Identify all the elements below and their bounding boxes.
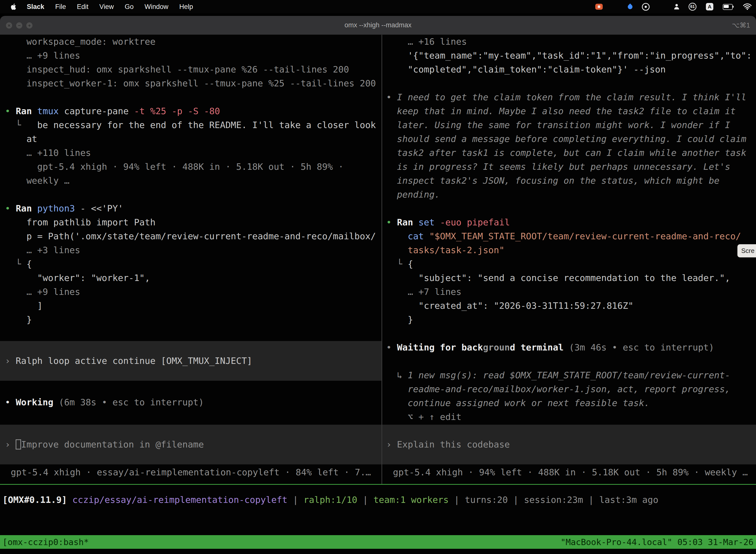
terminal-line: '{"team_name":"my-team","task_id":"1","f… [386, 49, 756, 63]
terminal-line: } [5, 313, 381, 327]
person-icon[interactable] [674, 4, 679, 9]
terminal-line: tasks/task-2.json" [386, 243, 756, 257]
minimize-button[interactable]: − [16, 22, 22, 29]
right-pane-footer: gpt-5.4 xhigh · 94% left · 488K in · 5.1… [382, 465, 756, 479]
window-shortcut-hint: ⌥⌘1 [732, 21, 750, 29]
tmux-panes: workspace_mode: worktree … +9 lines insp… [0, 35, 756, 484]
terminal-line: gpt-5.4 xhigh · 94% left · 488K in · 5.1… [382, 465, 756, 479]
terminal-line: • Ran tmux capture-pane -t %25 -p -S -80 [5, 104, 381, 118]
terminal-line: } [386, 313, 756, 327]
menu-left: SlackFileEditViewGoWindowHelp [6, 3, 198, 11]
terminal-line: task2 after task1 is complete, but can I… [386, 146, 756, 160]
terminal-line: p = Path('.omx/state/team/review-current… [5, 229, 381, 243]
terminal-line: › Improve documentation in @filename [5, 438, 204, 451]
terminal-line: … +9 lines [5, 49, 381, 63]
right-pane-transcript: … +16 lines '{"team_name":"my-team","tas… [382, 35, 756, 424]
terminal-line: └ be necessary for the end of the README… [5, 118, 381, 132]
circle-app-icon[interactable] [642, 3, 649, 11]
terminal-line [386, 202, 756, 215]
terminal-line: › Ralph loop active continue [OMX_TMUX_I… [5, 354, 252, 368]
terminal-line: … +16 lines [386, 35, 756, 49]
menu-edit[interactable]: Edit [71, 3, 94, 11]
terminal-line: should send a message before completing … [386, 132, 756, 146]
terminal-line: [OMX#0.11.9] cczip/essay/ai-reimplementa… [2, 493, 658, 507]
terminal-line: ⌥ + ↑ edit [386, 410, 756, 424]
terminal-line [386, 354, 756, 368]
terminal-line: … +3 lines [5, 243, 381, 257]
pane-left-worker-hud[interactable]: workspace_mode: worktree … +9 lines insp… [0, 35, 381, 484]
battery-percentage-value: 61 [690, 4, 695, 9]
omx-status-line: [OMX#0.11.9] cczip/essay/ai-reimplementa… [2, 493, 658, 507]
grid-app-icon[interactable] [612, 4, 618, 9]
terminal-line: • Working (6m 38s • esc to interrupt) [5, 395, 381, 409]
terminal-line: "completed","claim_token":"claim-token"}… [386, 63, 756, 76]
terminal-line: … +9 lines [5, 285, 381, 299]
prompt-suggestion-explain-codebase[interactable]: › Explain this codebase [382, 425, 756, 464]
app-menus: SlackFileEditViewGoWindowHelp [21, 3, 198, 11]
menu-file[interactable]: File [50, 3, 72, 11]
terminal-line: later. Using the same for transition mig… [386, 118, 756, 132]
terminal-line: "worker": "worker-1", [5, 271, 381, 285]
terminal-line: … +110 lines [5, 146, 381, 160]
screen-recording-indicator-icon[interactable] [595, 4, 603, 10]
menu-view[interactable]: View [94, 3, 119, 11]
prompt-suggestion-improve-docs[interactable]: › Improve documentation in @filename [0, 425, 381, 464]
terminal-line [5, 90, 381, 104]
left-pane-footer: gpt-5.4 xhigh · essay/ai-reimplementatio… [0, 465, 381, 479]
terminal-line: ] [5, 299, 381, 313]
terminal-line: weekly … [5, 174, 381, 188]
zoom-button[interactable]: + [26, 22, 33, 29]
window-controls: × − + [6, 16, 33, 35]
battery-icon[interactable] [723, 4, 734, 9]
terminal-line: readme-and-reco/mailbox/worker-1.json, a… [386, 382, 756, 396]
terminal-line: • Ran set -euo pipefail [386, 215, 756, 229]
left-pane-transcript: workspace_mode: worktree … +9 lines insp… [0, 35, 381, 327]
menu-status-icons: 61 A [595, 3, 752, 11]
water-drop-icon[interactable] [627, 3, 633, 10]
pane-right-worker-1[interactable]: … +16 lines '{"team_name":"my-team","tas… [382, 35, 756, 484]
terminal-line: gpt-5.4 xhigh · 94% left · 488K in · 5.1… [5, 160, 381, 174]
menu-window[interactable]: Window [139, 3, 174, 11]
terminal-line: at [5, 132, 381, 146]
title-bar[interactable]: × − + omx --xhigh --madmax ⌥⌘1 [0, 16, 756, 35]
tmux-session-window: [omx-cczip0:bash* [2, 537, 89, 547]
menu-go[interactable]: Go [119, 3, 139, 11]
ralph-loop-prompt-box[interactable]: › Ralph loop active continue [OMX_TMUX_I… [0, 341, 381, 381]
dots-grid-icon[interactable] [659, 4, 665, 10]
wifi-icon[interactable] [743, 3, 752, 10]
terminal-line: from pathlib import Path [5, 215, 381, 229]
terminal-line: └ { [5, 257, 381, 271]
hover-tooltip: Scre [737, 244, 756, 258]
terminal-line: └ { [386, 257, 756, 271]
terminal-line: • Waiting for background terminal (3m 46… [386, 340, 756, 354]
terminal-line: inspect_hud: omx sparkshell --tmux-pane … [5, 63, 381, 76]
active-pane-border [0, 484, 756, 485]
terminal-line: • Ran python3 - <<'PY' [5, 202, 381, 215]
apple-menu[interactable] [6, 3, 21, 10]
terminal-line: is in progress? It seems likely but perh… [386, 160, 756, 174]
tooltip-text: Scre [741, 247, 755, 255]
terminal-line: "created_at": "2026-03-31T11:59:27.816Z" [386, 299, 756, 313]
terminal-line [386, 327, 756, 340]
terminal-line: workspace_mode: worktree [5, 35, 381, 49]
terminal-line: inspect task2's JSON, focusing on the st… [386, 174, 756, 188]
close-button[interactable]: × [6, 22, 12, 29]
terminal-line: › Explain this codebase [386, 438, 510, 451]
terminal-line [386, 76, 756, 90]
menu-bar: SlackFileEditViewGoWindowHelp 61 A [0, 0, 756, 13]
terminal-line: ↳ 1 new msg(s): read $OMX_TEAM_STATE_ROO… [386, 368, 756, 382]
menu-slack[interactable]: Slack [21, 3, 50, 11]
menu-help[interactable]: Help [174, 3, 199, 11]
terminal-line: … +7 lines [386, 285, 756, 299]
terminal-line: gpt-5.4 xhigh · essay/ai-reimplementatio… [0, 465, 381, 479]
terminal-line: keep that in mind. Maybe I also need the… [386, 104, 756, 118]
terminal-line: inspect_worker-1: omx sparkshell --tmux-… [5, 76, 381, 90]
battery-percentage-icon[interactable]: 61 [689, 3, 696, 11]
terminal-window: × − + omx --xhigh --madmax ⌥⌘1 workspace… [0, 16, 756, 554]
terminal-line [5, 188, 381, 202]
input-source-icon[interactable]: A [706, 3, 713, 10]
working-status: • Working (6m 38s • esc to interrupt) [0, 395, 381, 409]
terminal-line: • I need to get the claim token from the… [386, 90, 756, 104]
window-title: omx --xhigh --madmax [344, 21, 412, 29]
apple-logo-icon [11, 3, 16, 10]
